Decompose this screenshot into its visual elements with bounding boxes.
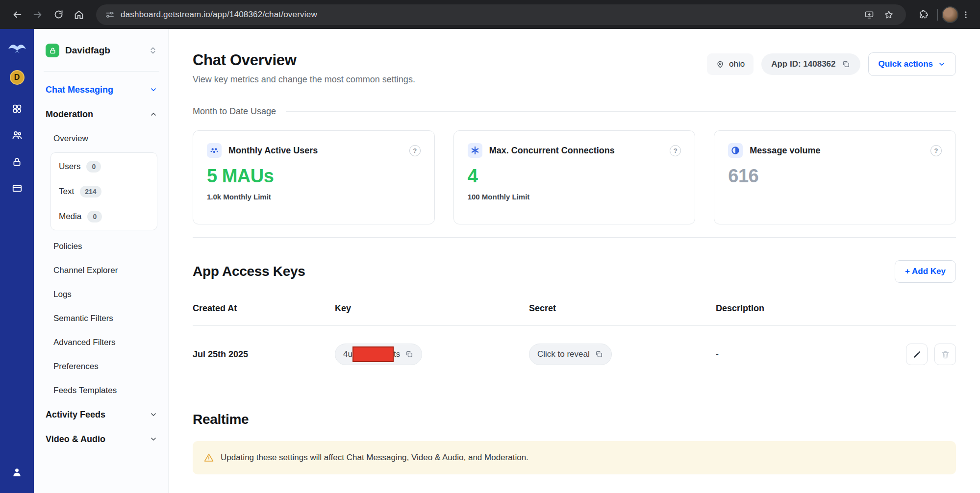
install-app-button[interactable] [861, 6, 878, 23]
chevron-down-icon [150, 411, 157, 419]
secret-reveal-pill[interactable]: Click to reveal [529, 344, 612, 365]
apps-grid-icon [12, 103, 23, 114]
profile-avatar[interactable] [942, 6, 958, 23]
mau-icon [207, 143, 222, 158]
sidebar-item-channel-explorer[interactable]: Channel Explorer [46, 258, 157, 282]
bookmark-star-button[interactable] [880, 6, 897, 23]
kebab-menu-icon [961, 10, 970, 19]
quick-actions-button[interactable]: Quick actions [868, 52, 956, 76]
sidebar-item-preferences[interactable]: Preferences [46, 354, 157, 378]
browser-chrome: dashboard.getstream.io/app/1408362/chat/… [0, 0, 980, 29]
sidebar-item-queue-users[interactable]: Users 0 [59, 154, 149, 179]
workspace-selector[interactable]: Davidfagb [46, 44, 157, 57]
help-button[interactable]: ? [409, 145, 421, 156]
chrome-menu-button[interactable] [958, 4, 973, 25]
chat-messaging-label: Chat Messaging [46, 85, 113, 95]
sidebar-item-advanced-filters[interactable]: Advanced Filters [46, 330, 157, 354]
help-button[interactable]: ? [670, 145, 681, 156]
message-volume-value: 616 [728, 166, 942, 187]
video-audio-label: Video & Audio [46, 434, 105, 444]
app-id-pill[interactable]: App ID: 1408362 [761, 53, 860, 75]
usage-cards: Monthly Active Users ? 5 MAUs 1.0k Month… [193, 130, 956, 224]
rail-workspace-avatar[interactable]: D [10, 70, 25, 85]
api-key-prefix: 4u [343, 349, 352, 359]
key-created-at: Jul 25th 2025 [193, 349, 335, 360]
location-pin-icon [716, 60, 725, 69]
stream-logo[interactable] [8, 43, 26, 53]
team-members-button[interactable] [10, 128, 25, 143]
queue-users-label: Users [59, 162, 80, 172]
concurrent-connections-limit: 100 Monthly Limit [468, 193, 681, 201]
api-key-suffix: ts [394, 349, 400, 359]
page-subtitle: View key metrics and change the most com… [193, 74, 415, 85]
sidebar-item-semantic-filters[interactable]: Semantic Filters [46, 306, 157, 330]
concurrent-connections-title: Max. Concurrent Connections [489, 146, 615, 156]
billing-button[interactable] [10, 181, 25, 196]
app-shell: D Davidfagb [0, 29, 980, 493]
chevron-down-icon [150, 435, 157, 443]
pencil-icon [912, 350, 922, 359]
sidebar-item-policies[interactable]: Policies [46, 234, 157, 258]
bookmark-star-icon [884, 10, 894, 20]
column-created-at: Created At [193, 303, 335, 314]
extensions-button[interactable] [913, 4, 933, 25]
usage-section-header: Month to Date Usage [193, 106, 956, 117]
home-icon [74, 9, 84, 20]
api-key-pill[interactable]: 4u ts [335, 344, 422, 365]
page-title: Chat Overview [193, 51, 415, 69]
site-info-icon[interactable] [105, 10, 115, 20]
chrome-separator [937, 9, 938, 21]
region-pill[interactable]: ohio [707, 53, 754, 75]
sidebar-item-activity-feeds[interactable]: Activity Feeds [46, 402, 157, 427]
reload-button[interactable] [48, 4, 69, 25]
mau-value: 5 MAUs [207, 166, 421, 187]
copy-icon[interactable] [842, 60, 851, 69]
sidebar-item-queue-media[interactable]: Media 0 [59, 204, 149, 229]
sidebar-item-chat-messaging[interactable]: Chat Messaging [46, 77, 157, 102]
apps-grid-button[interactable] [10, 101, 25, 116]
lock-icon [12, 157, 22, 167]
security-lock-button[interactable] [10, 154, 25, 169]
queue-users-count: 0 [86, 161, 101, 173]
stream-logo-icon [8, 43, 26, 53]
edit-key-button[interactable] [906, 344, 928, 365]
account-button[interactable] [10, 465, 25, 479]
sidebar-item-feeds-templates[interactable]: Feeds Templates [46, 378, 157, 402]
chevron-down-icon [938, 60, 946, 68]
sidebar: Davidfagb Chat Messaging Moderation Over… [34, 29, 169, 493]
delete-key-button[interactable] [934, 344, 956, 365]
back-button[interactable] [7, 4, 27, 25]
sidebar-item-logs[interactable]: Logs [46, 282, 157, 306]
url-text: dashboard.getstream.io/app/1408362/chat/… [121, 10, 855, 20]
help-button[interactable]: ? [930, 145, 942, 156]
home-button[interactable] [69, 4, 89, 25]
key-table-row: Jul 25th 2025 4u ts Click to reveal [193, 326, 956, 383]
access-keys-header: App Access Keys + Add Key [193, 260, 956, 283]
queue-text-label: Text [59, 187, 74, 197]
moderation-queues-box: Users 0 Text 214 Media 0 [50, 152, 157, 230]
sidebar-item-queue-text[interactable]: Text 214 [59, 179, 149, 204]
chevron-up-icon [150, 110, 157, 118]
page-header: Chat Overview View key metrics and chang… [193, 51, 956, 85]
url-bar[interactable]: dashboard.getstream.io/app/1408362/chat/… [96, 4, 906, 25]
forward-button[interactable] [27, 4, 48, 25]
account-person-icon [11, 467, 23, 478]
card-monthly-active-users: Monthly Active Users ? 5 MAUs 1.0k Month… [193, 130, 435, 224]
queue-media-count: 0 [87, 211, 102, 222]
access-keys-title: App Access Keys [193, 264, 305, 279]
workspace-badge [46, 44, 59, 57]
sidebar-item-video-audio[interactable]: Video & Audio [46, 427, 157, 451]
sidebar-item-moderation[interactable]: Moderation [46, 102, 157, 126]
workspace-updown-icon [149, 46, 157, 55]
message-volume-title: Message volume [750, 146, 820, 156]
header-actions: ohio App ID: 1408362 Quick actions [707, 52, 956, 76]
reload-icon [53, 9, 64, 20]
sidebar-item-moderation-overview[interactable]: Overview [46, 126, 157, 150]
copy-icon[interactable] [405, 350, 414, 359]
screen: dashboard.getstream.io/app/1408362/chat/… [0, 0, 980, 493]
add-key-button[interactable]: + Add Key [895, 260, 956, 283]
region-label: ohio [729, 59, 745, 69]
copy-icon[interactable] [595, 350, 603, 359]
queue-media-label: Media [59, 212, 81, 222]
keys-table-header: Created At Key Secret Description [193, 303, 956, 326]
